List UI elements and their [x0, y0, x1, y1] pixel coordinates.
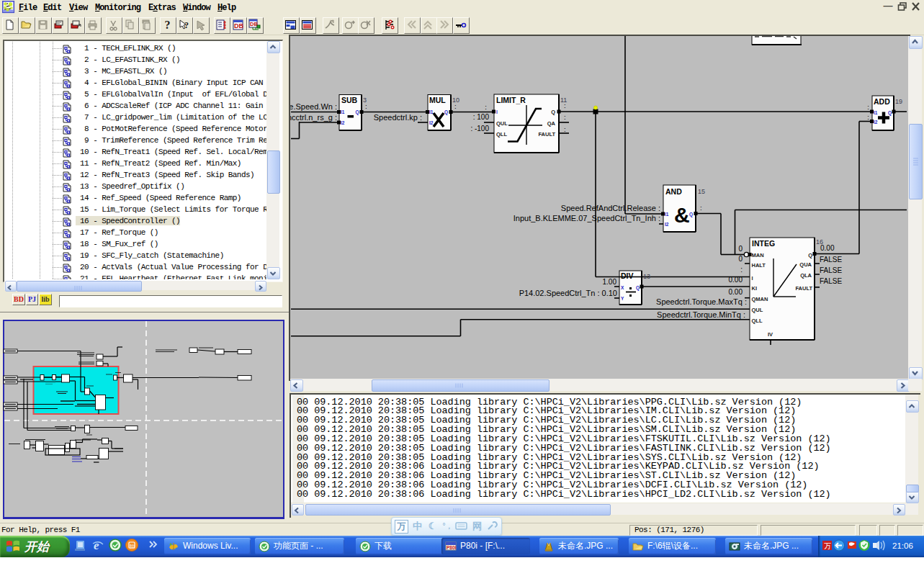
- svg-text:KI: KI: [752, 285, 758, 292]
- svg-text:0.00: 0.00: [729, 276, 743, 284]
- svg-text:Q: Q: [888, 110, 892, 116]
- svg-text:0: 0: [738, 255, 743, 263]
- svg-text:LIMIT_R: LIMIT_R: [496, 96, 526, 104]
- svg-text:P14.02.SpeedCtrl_Tn : 0.10: P14.02.SpeedCtrl_Tn : 0.10: [519, 289, 617, 297]
- svg-text:MUL: MUL: [429, 96, 446, 104]
- svg-text:QUL: QUL: [752, 307, 763, 313]
- svg-text:INTEG: INTEG: [752, 239, 775, 248]
- svg-text:13: 13: [643, 273, 650, 280]
- svg-text:X: X: [621, 285, 624, 290]
- svg-text:SUB: SUB: [341, 96, 358, 104]
- svg-text:Speedctrl.Torque.MaxTq :: Speedctrl.Torque.MaxTq :: [656, 297, 747, 306]
- svg-text::: :: [485, 103, 487, 111]
- svg-text:I2: I2: [341, 120, 345, 125]
- svg-text:?: ?: [184, 20, 189, 30]
- svg-text:: 100: : 100: [473, 113, 490, 121]
- svg-text:FALSE: FALSE: [820, 256, 842, 264]
- svg-text::: :: [564, 113, 566, 121]
- svg-text:FALSE: FALSE: [820, 266, 842, 274]
- svg-text:DIV: DIV: [621, 271, 634, 280]
- svg-text:1.00: 1.00: [603, 278, 617, 286]
- svg-text:0: 0: [738, 245, 743, 253]
- svg-text:FAULT: FAULT: [538, 131, 555, 138]
- svg-text:: -100: : -100: [470, 125, 489, 132]
- svg-text:Q: Q: [444, 109, 448, 115]
- svg-text::: :: [454, 102, 457, 110]
- svg-text:Y: Y: [621, 296, 624, 301]
- svg-text:15: 15: [698, 188, 705, 195]
- svg-text:AND: AND: [665, 187, 682, 196]
- svg-text:QLL: QLL: [752, 318, 763, 324]
- svg-text:Speedctrl.kp :: Speedctrl.kp :: [374, 113, 422, 122]
- svg-text:I2: I2: [429, 120, 434, 125]
- svg-text:FALSE: FALSE: [820, 277, 842, 285]
- svg-text:I2: I2: [665, 222, 669, 227]
- svg-text:Q: Q: [636, 285, 640, 291]
- svg-text:HALT: HALT: [752, 262, 766, 269]
- svg-text:QLL: QLL: [496, 131, 507, 138]
- svg-text:拍: 拍: [129, 544, 135, 549]
- svg-text:QMAN: QMAN: [752, 296, 768, 302]
- svg-text:0.00: 0.00: [820, 244, 835, 252]
- svg-text:Speed.RefAndCtrl.Release :: Speed.RefAndCtrl.Release :: [561, 204, 660, 212]
- svg-text::: :: [564, 125, 566, 133]
- svg-text:FAULT: FAULT: [795, 285, 812, 292]
- svg-text:21:06: 21:06: [892, 541, 913, 550]
- svg-text:I: I: [496, 109, 498, 114]
- svg-text:QUA: QUA: [799, 261, 812, 268]
- svg-text:QUL: QUL: [496, 120, 508, 127]
- svg-text:MAN: MAN: [752, 252, 764, 258]
- svg-text::: :: [740, 266, 743, 274]
- svg-text:万: 万: [824, 542, 831, 550]
- svg-text:I2: I2: [874, 120, 878, 125]
- svg-text::: :: [700, 204, 702, 212]
- svg-text:Q: Q: [355, 109, 359, 115]
- svg-text::: :: [365, 102, 367, 110]
- svg-text:e: e: [94, 539, 99, 552]
- svg-text::: :: [867, 103, 869, 111]
- svg-text:I1: I1: [341, 109, 345, 114]
- svg-text:IV: IV: [768, 331, 773, 338]
- svg-text:Q: Q: [689, 212, 693, 217]
- svg-text:ADD: ADD: [874, 97, 890, 106]
- svg-text:0.00: 0.00: [729, 288, 743, 296]
- svg-text:DB: DB: [234, 22, 243, 30]
- svg-text:I1: I1: [874, 110, 878, 115]
- svg-text:19: 19: [895, 98, 902, 105]
- svg-text:I: I: [752, 275, 753, 282]
- svg-text:I1: I1: [665, 212, 669, 217]
- svg-text::: :: [564, 102, 566, 109]
- svg-text:QLA: QLA: [800, 272, 812, 279]
- svg-text:e.Speed.Wn :: e.Speed.Wn :: [290, 102, 337, 111]
- svg-text:QA: QA: [547, 120, 556, 127]
- svg-text:&: &: [674, 203, 690, 227]
- svg-text:Q: Q: [551, 109, 555, 115]
- svg-text:Input_B.KLEMME.07_SpeedCtrl_Tn: Input_B.KLEMME.07_SpeedCtrl_Tn_Inh :: [513, 214, 660, 222]
- svg-text:P80i: P80i: [447, 545, 457, 550]
- svg-text:?: ?: [165, 19, 171, 31]
- svg-text:Q: Q: [808, 252, 812, 258]
- svg-text::: :: [867, 113, 869, 121]
- svg-text:ncctrl.n_rs_g :: ncctrl.n_rs_g :: [290, 113, 337, 122]
- svg-text:Speedctrl.Torque.MinTq :: Speedctrl.Torque.MinTq :: [657, 310, 745, 319]
